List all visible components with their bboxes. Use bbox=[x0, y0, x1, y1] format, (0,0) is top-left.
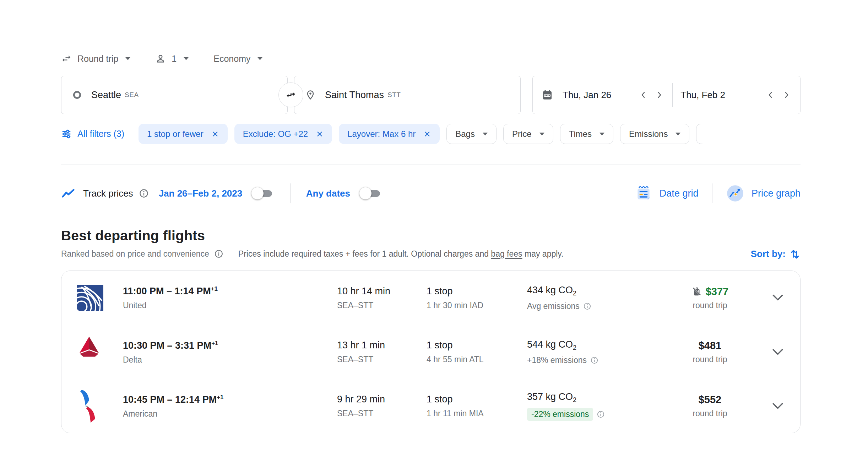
passengers-dropdown[interactable]: 1 bbox=[155, 53, 189, 64]
any-dates-label: Any dates bbox=[306, 188, 350, 199]
price-cell: $552 round trip bbox=[665, 394, 755, 418]
info-icon[interactable] bbox=[139, 188, 149, 198]
close-icon[interactable] bbox=[423, 130, 431, 138]
cabin-class-dropdown[interactable]: Economy bbox=[213, 54, 262, 64]
date-grid-button[interactable]: Date grid bbox=[635, 184, 699, 202]
all-filters-button[interactable]: All filters (3) bbox=[61, 129, 124, 139]
track-prices-label: Track prices bbox=[83, 188, 133, 199]
duration-cell: 13 hr 1 min SEA–STT bbox=[337, 340, 427, 364]
chevron-down-icon bbox=[676, 133, 680, 135]
route: SEA–STT bbox=[337, 355, 427, 364]
info-icon[interactable] bbox=[590, 356, 598, 364]
times-filter-dropdown[interactable]: Times bbox=[560, 124, 613, 144]
airline-name: American bbox=[123, 409, 337, 419]
date-grid-icon bbox=[635, 184, 652, 202]
flight-row-delta[interactable]: 10:30 PM – 3:31 PM+1 Delta 13 hr 1 min S… bbox=[61, 325, 800, 379]
round-trip-icon bbox=[61, 53, 72, 64]
emissions-cell: 544 kg CO2 +18% emissions bbox=[527, 339, 665, 365]
trip-type-label: Round trip bbox=[77, 54, 118, 64]
info-icon[interactable] bbox=[583, 302, 591, 310]
route: SEA–STT bbox=[337, 409, 427, 418]
origin-code: SEA bbox=[125, 91, 139, 99]
price-filter-dropdown[interactable]: Price bbox=[503, 124, 553, 144]
destination-code: STT bbox=[387, 91, 401, 99]
close-icon[interactable] bbox=[316, 130, 324, 138]
expand-flight-button[interactable] bbox=[755, 294, 801, 302]
track-date-range[interactable]: Jan 26–Feb 2, 2023 bbox=[159, 188, 243, 199]
price-cell: $481 round trip bbox=[665, 340, 755, 364]
filter-chip-layover[interactable]: Layover: Max 6 hr bbox=[339, 124, 440, 144]
calendar-icon bbox=[541, 89, 553, 101]
price-graph-button[interactable]: Price graph bbox=[726, 184, 801, 203]
flight-row-american[interactable]: 10:45 PM – 12:14 PM+1 American 9 hr 29 m… bbox=[61, 379, 800, 433]
emissions-filter-dropdown[interactable]: Emissions bbox=[620, 124, 689, 144]
chevron-down-icon bbox=[600, 133, 604, 135]
depart-date-next-button[interactable] bbox=[655, 90, 664, 100]
emissions-note: +18% emissions bbox=[527, 355, 587, 365]
duration-cell: 9 hr 29 min SEA–STT bbox=[337, 394, 427, 418]
info-icon[interactable] bbox=[214, 249, 223, 258]
depart-date-field[interactable]: Thu, Jan 26 bbox=[553, 90, 664, 101]
price-graph-label: Price graph bbox=[752, 188, 801, 199]
filter-chips-row: All filters (3) 1 stop or fewer Exclude:… bbox=[61, 124, 787, 144]
return-date-next-button[interactable] bbox=[782, 90, 792, 100]
trending-line-icon bbox=[61, 188, 75, 199]
trip-type-dropdown[interactable]: Round trip bbox=[61, 53, 130, 64]
destination-field[interactable]: Saint Thomas STT bbox=[294, 76, 521, 114]
swap-locations-button[interactable] bbox=[278, 82, 303, 107]
no-carry-on-bag-icon bbox=[691, 286, 702, 297]
close-icon[interactable] bbox=[211, 130, 219, 138]
filter-chip-label: Price bbox=[512, 129, 532, 139]
price-tracking-bar: Track prices Jan 26–Feb 2, 2023 Any date… bbox=[61, 181, 801, 206]
price-unit: round trip bbox=[665, 355, 755, 364]
price-unit: round trip bbox=[665, 301, 755, 310]
return-date: Thu, Feb 2 bbox=[680, 90, 725, 101]
search-fields: Seattle SEA Saint Thomas STT Thu, Jan 26 bbox=[61, 76, 801, 114]
chevron-down-icon bbox=[257, 57, 262, 60]
chevron-down-icon bbox=[184, 57, 189, 60]
layover: 1 hr 11 min MIA bbox=[427, 409, 527, 418]
filter-chip-stops[interactable]: 1 stop or fewer bbox=[139, 124, 228, 144]
destination-city: Saint Thomas bbox=[325, 90, 384, 101]
chevron-down-icon bbox=[539, 133, 544, 135]
cabin-class-label: Economy bbox=[213, 54, 250, 64]
vertical-divider bbox=[712, 183, 712, 203]
sort-by-button[interactable]: Sort by: bbox=[751, 248, 801, 260]
return-date-field[interactable]: Thu, Feb 2 bbox=[680, 90, 792, 101]
all-filters-label: All filters (3) bbox=[77, 129, 124, 139]
depart-date: Thu, Jan 26 bbox=[563, 90, 611, 101]
stops-cell: 1 stop 1 hr 11 min MIA bbox=[427, 394, 527, 418]
american-logo bbox=[61, 389, 123, 423]
united-logo bbox=[61, 285, 123, 311]
depart-date-prev-button[interactable] bbox=[638, 90, 648, 100]
price-graph-icon bbox=[726, 184, 744, 203]
track-prices-toggle[interactable] bbox=[251, 187, 274, 199]
filter-chip-exclude[interactable]: Exclude: OG +22 bbox=[234, 124, 332, 144]
filter-chip-label: Layover: Max 6 hr bbox=[347, 129, 416, 139]
stops-cell: 1 stop 1 hr 30 min IAD bbox=[427, 286, 527, 310]
return-date-prev-button[interactable] bbox=[765, 90, 775, 100]
vertical-divider bbox=[290, 183, 291, 203]
fees-note: Prices include required taxes + fees for… bbox=[238, 249, 564, 259]
info-icon[interactable] bbox=[597, 410, 605, 418]
bags-filter-dropdown[interactable]: Bags bbox=[446, 124, 497, 144]
flight-row-united[interactable]: 11:00 PM – 1:14 PM+1 United 10 hr 14 min… bbox=[61, 271, 800, 325]
airline-name: United bbox=[123, 301, 337, 310]
emissions-cell: 434 kg CO2 Avg emissions bbox=[527, 285, 665, 311]
origin-field[interactable]: Seattle SEA bbox=[61, 76, 288, 114]
times-cell: 11:00 PM – 1:14 PM+1 United bbox=[123, 285, 337, 310]
price-unit: round trip bbox=[665, 409, 755, 418]
any-dates-toggle[interactable] bbox=[359, 187, 382, 199]
expand-flight-button[interactable] bbox=[755, 402, 801, 410]
layover: 4 hr 55 min ATL bbox=[427, 355, 527, 364]
date-grid-label: Date grid bbox=[660, 188, 699, 199]
price: $552 bbox=[699, 394, 722, 406]
airline-name: Delta bbox=[123, 355, 337, 365]
clipped-filter-chip[interactable] bbox=[696, 124, 702, 144]
bag-fees-link[interactable]: bag fees bbox=[491, 249, 522, 258]
tune-icon bbox=[61, 129, 72, 139]
price: $377 bbox=[706, 286, 729, 298]
dates-field: Thu, Jan 26 Thu, Feb 2 bbox=[532, 76, 801, 114]
expand-flight-button[interactable] bbox=[755, 348, 801, 356]
times-cell: 10:45 PM – 12:14 PM+1 American bbox=[123, 394, 337, 419]
